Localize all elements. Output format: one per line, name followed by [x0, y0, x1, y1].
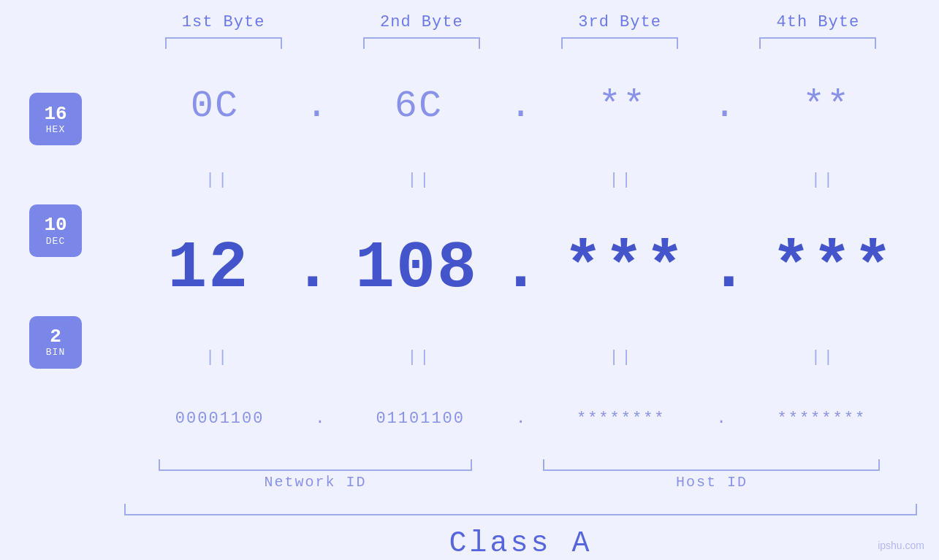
network-id-bracket-container — [124, 459, 506, 471]
badges-column: 16 HEX 10 DEC 2 BIN — [22, 64, 124, 456]
dec-badge-number: 10 — [44, 215, 66, 236]
wide-bracket — [124, 504, 917, 515]
dec-col1: 12 — [124, 231, 293, 306]
bin-col3: ******** — [525, 410, 716, 428]
dec-dot1: . — [293, 231, 332, 306]
byte1-header: 1st Byte — [124, 13, 322, 31]
dec-badge: 10 DEC — [29, 204, 82, 257]
dec-badge-label: DEC — [46, 236, 65, 247]
bin-dot1: . — [315, 410, 324, 428]
bracket-top-2 — [322, 37, 520, 49]
bin-badge-label: BIN — [46, 347, 65, 358]
id-labels-row: Network ID Host ID — [22, 474, 917, 491]
bottom-brackets-area — [22, 459, 917, 471]
bin-badge-number: 2 — [50, 326, 61, 348]
equals-row-1: || || || || — [124, 171, 917, 189]
byte2-header: 2nd Byte — [322, 13, 520, 31]
content-area: 16 HEX 10 DEC 2 BIN 0C . 6C — [22, 64, 917, 456]
hex-col4: ** — [736, 85, 917, 128]
host-id-label: Host ID — [506, 474, 917, 491]
hex-dot2: . — [509, 85, 532, 128]
equals-row-2: || || || || — [124, 348, 917, 367]
dec-dot3: . — [709, 231, 748, 306]
hex-col3: ** — [532, 85, 713, 128]
hex-dot3: . — [713, 85, 736, 128]
byte-headers: 1st Byte 2nd Byte 3rd Byte 4th Byte — [22, 0, 917, 37]
bin-col4: ******** — [726, 410, 917, 428]
main-container: 1st Byte 2nd Byte 3rd Byte 4th Byte 16 H… — [0, 0, 939, 560]
network-id-label: Network ID — [124, 474, 506, 491]
bin-dot2: . — [516, 410, 525, 428]
dec-col3: *** — [541, 231, 710, 306]
hex-row: 0C . 6C . ** . ** — [124, 85, 917, 128]
bin-col1: 00001100 — [124, 410, 315, 428]
byte3-header: 3rd Byte — [521, 13, 719, 31]
host-id-bracket — [543, 459, 880, 471]
host-id-bracket-container — [506, 459, 917, 471]
bin-row: 00001100 . 01101100 . ******** . *******… — [124, 410, 917, 428]
hex-badge: 16 HEX — [29, 93, 82, 145]
hex-col2: 6C — [328, 85, 509, 128]
class-label: Class A — [22, 527, 917, 560]
bin-dot3: . — [716, 410, 726, 428]
wide-bracket-area — [22, 504, 917, 515]
hex-badge-label: HEX — [46, 124, 65, 135]
dec-row: 12 . 108 . *** . *** — [124, 231, 917, 306]
bracket-top-3 — [521, 37, 719, 49]
bin-col2: 01101100 — [325, 410, 516, 428]
byte4-header: 4th Byte — [719, 13, 917, 31]
hex-dot1: . — [305, 85, 328, 128]
bracket-top-1 — [124, 37, 322, 49]
bottom-brackets-flex — [124, 459, 917, 471]
data-columns: 0C . 6C . ** . ** || || — [124, 64, 917, 456]
dec-col4: *** — [748, 231, 917, 306]
bracket-top-4 — [719, 37, 917, 49]
hex-col1: 0C — [124, 85, 305, 128]
hex-badge-number: 16 — [44, 104, 66, 125]
bin-badge: 2 BIN — [29, 316, 82, 369]
network-id-bracket — [159, 459, 472, 471]
dec-dot2: . — [501, 231, 540, 306]
dec-col2: 108 — [332, 231, 501, 306]
watermark: ipshu.com — [878, 540, 924, 551]
top-brackets — [22, 37, 917, 49]
